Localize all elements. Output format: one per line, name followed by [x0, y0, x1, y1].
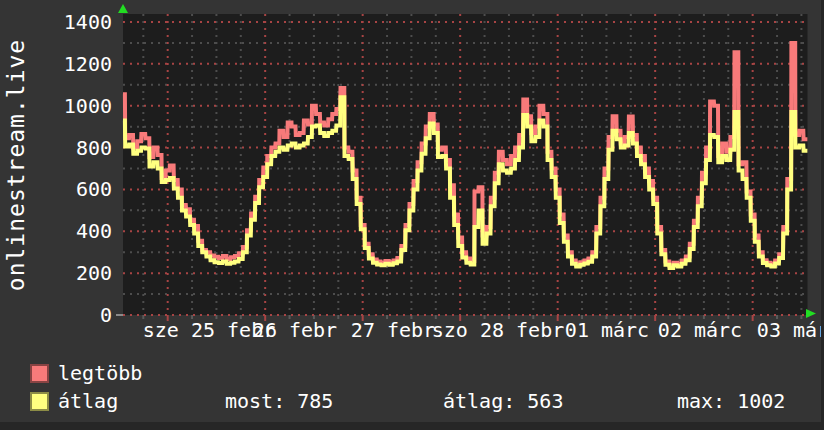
- stat-max-label: max:: [677, 389, 725, 413]
- legend-label-atlag: átlag: [58, 390, 118, 412]
- x-tick-label: 02 márc: [658, 318, 742, 342]
- y-axis-arrow: [118, 4, 128, 13]
- y-tick-label: 0: [0, 304, 112, 326]
- legend-swatch-atlag: [30, 392, 49, 411]
- stat-max: max: 1002: [677, 390, 785, 412]
- x-tick-label: 26 febr: [253, 318, 337, 342]
- y-tick-label: 200: [0, 262, 112, 284]
- y-tick-label: 1200: [0, 53, 112, 75]
- legend-swatch-legtobb: [30, 364, 49, 383]
- y-tick-label: 1000: [0, 95, 112, 117]
- stat-most-value: 785: [297, 389, 333, 413]
- stat-atlag-label: átlag:: [443, 389, 515, 413]
- x-tick-label: szo 28 febr: [432, 318, 564, 342]
- stat-atlag: átlag: 563: [443, 390, 563, 412]
- window-edge-bottom: [0, 422, 824, 430]
- y-tick-label: 800: [0, 137, 112, 159]
- stat-most: most: 785: [225, 390, 333, 412]
- y-tick-label: 400: [0, 220, 112, 242]
- y-tick-label: 600: [0, 178, 112, 200]
- x-tick-label: 01 márc: [565, 318, 649, 342]
- stat-atlag-value: 563: [527, 389, 563, 413]
- stat-most-label: most:: [225, 389, 285, 413]
- stat-max-value: 1002: [737, 389, 785, 413]
- legend-label-legtobb: legtöbb: [58, 362, 142, 384]
- y-tick-label: 1400: [0, 11, 112, 33]
- x-tick-label: 03 márc: [757, 318, 824, 342]
- rrd-graph: onlinestream.live 0200400600800100012001…: [0, 0, 824, 430]
- x-tick-label: 27 febr: [351, 318, 435, 342]
- x-axis-arrow: [806, 309, 816, 318]
